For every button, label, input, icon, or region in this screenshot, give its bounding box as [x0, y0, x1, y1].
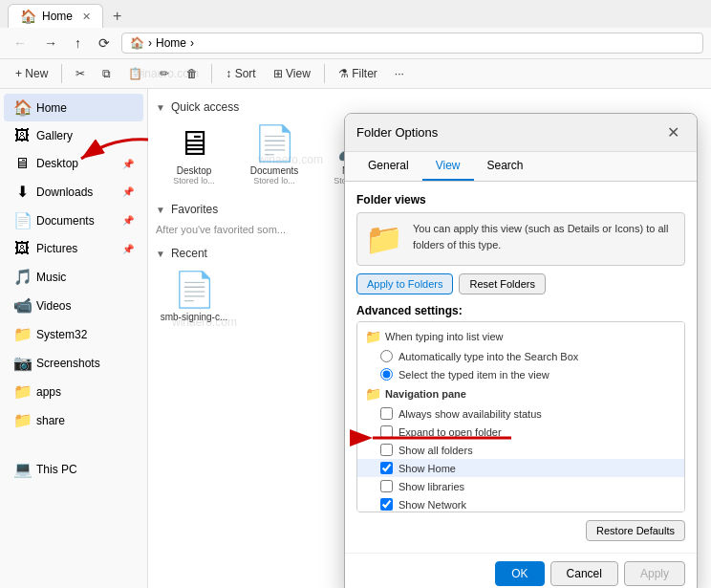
chevron-quick-access: ▼ [156, 102, 165, 113]
view-button[interactable]: ⊞ View [266, 63, 318, 84]
chevron-favorites: ▼ [156, 205, 165, 215]
sidebar-label-share: share [36, 414, 65, 427]
reset-folders-button[interactable]: Reset Folders [459, 273, 545, 294]
apply-to-folders-button[interactable]: Apply to Folders [356, 273, 453, 294]
restore-defaults-container: Restore Defaults [356, 520, 685, 541]
chevron-icon2: › [190, 36, 194, 50]
this-pc-icon: 💻 [13, 460, 31, 478]
more-button[interactable]: ··· [387, 63, 412, 84]
up-button[interactable]: ↑ [69, 32, 87, 54]
settings-group-nav: 📁 Navigation pane Always show availabili… [357, 383, 684, 512]
file-item-documents[interactable]: 📄 Documents Stored lo... [236, 118, 312, 191]
sidebar-item-music[interactable]: 🎵 Music [4, 263, 143, 291]
sidebar-item-home[interactable]: 🏠 Home [4, 94, 143, 121]
advanced-settings-title: Advanced settings: [356, 304, 685, 317]
sidebar-label-pictures: Pictures [36, 242, 77, 255]
ok-button[interactable]: OK [495, 561, 544, 586]
folder-views-section: Folder views 📁 You can apply this view (… [356, 193, 685, 294]
checkbox-show-network[interactable] [380, 498, 393, 511]
radio-select-typed[interactable] [380, 368, 393, 381]
file-item-recent-0[interactable]: 📄 smb-signing-c... [156, 264, 232, 328]
refresh-button[interactable]: ⟳ [93, 32, 116, 54]
tab-bar: 🏠 Home ✕ + [0, 0, 711, 28]
new-tab-button[interactable]: + [107, 6, 127, 27]
sidebar-label-apps: apps [36, 385, 61, 399]
tab-search[interactable]: Search [474, 152, 537, 181]
filter-button[interactable]: ⚗ Filter [331, 63, 385, 84]
tab-general[interactable]: General [355, 152, 422, 181]
settings-item-show-home: Show Home [357, 459, 684, 477]
delete-button[interactable]: 🗑 [179, 63, 205, 84]
restore-defaults-button[interactable]: Restore Defaults [586, 520, 685, 541]
checkbox-show-home[interactable] [380, 462, 393, 474]
checkbox-show-libraries[interactable] [380, 480, 393, 492]
settings-item-expand-label: Expand to open folder [399, 426, 502, 438]
tab-title: Home [42, 10, 73, 23]
settings-item-expand: Expand to open folder [357, 423, 684, 441]
settings-item-show-network: Show Network [357, 495, 684, 512]
rename-button[interactable]: ✏ [152, 63, 177, 84]
settings-item-show-libraries: Show libraries [357, 477, 684, 495]
sidebar-item-screenshots[interactable]: 📷 Screenshots [4, 349, 143, 377]
new-button[interactable]: + New [8, 63, 55, 84]
tab-close-btn[interactable]: ✕ [82, 11, 91, 23]
sidebar-label-this-pc: This PC [36, 463, 77, 476]
apps-icon: 📁 [13, 382, 31, 401]
folder-options-dialog: Folder Options ✕ General View Search Fol… [344, 113, 698, 588]
folder-views-description: You can apply this view (such as Details… [413, 221, 677, 252]
apply-button[interactable]: Apply [624, 561, 685, 586]
dialog-close-button[interactable]: ✕ [661, 121, 685, 143]
sidebar-item-share[interactable]: 📁 share [4, 406, 143, 434]
sidebar-item-videos[interactable]: 📹 Videos [4, 292, 143, 319]
sidebar-item-system32[interactable]: 📁 System32 [4, 320, 143, 348]
sidebar-label-screenshots: Screenshots [36, 357, 100, 370]
sidebar-item-apps[interactable]: 📁 apps [4, 378, 143, 405]
sidebar-label-system32: System32 [36, 328, 87, 341]
file-icon-desktop: 🖥 [177, 123, 211, 163]
favorites-label: Favorites [171, 203, 218, 216]
file-label-desktop: Desktop [177, 165, 212, 176]
cut-button[interactable]: ✂ [68, 63, 93, 84]
settings-item-availability-label: Always show availability status [399, 408, 542, 420]
dialog-tabs: General View Search [345, 152, 697, 182]
sidebar-item-gallery[interactable]: 🖼 Gallery [4, 122, 143, 149]
forward-button[interactable]: → [38, 32, 63, 54]
settings-group-typing-label: When typing into list view [385, 331, 504, 342]
file-sublabel-desktop: Stored lo... [173, 176, 215, 185]
dialog-titlebar: Folder Options ✕ [345, 114, 697, 152]
file-item-desktop[interactable]: 🖥 Desktop Stored lo... [156, 118, 232, 191]
screenshots-icon: 📷 [13, 354, 31, 372]
videos-icon: 📹 [13, 296, 31, 315]
address-bar[interactable]: 🏠 › Home › [121, 33, 703, 54]
sidebar-item-downloads[interactable]: ⬇ Downloads 📌 [4, 178, 143, 206]
sidebar-item-pictures[interactable]: 🖼 Pictures 📌 [4, 235, 143, 262]
paste-button[interactable]: 📋 [120, 63, 150, 84]
explorer-tab[interactable]: 🏠 Home ✕ [8, 4, 103, 28]
radio-auto-search[interactable] [380, 350, 393, 362]
sidebar-item-this-pc[interactable]: 💻 This PC [4, 455, 143, 483]
share-icon: 📁 [13, 411, 31, 429]
copy-button[interactable]: ⧉ [95, 63, 118, 84]
sidebar-label-videos: Videos [36, 299, 71, 313]
sidebar-item-documents[interactable]: 📄 Documents 📌 [4, 207, 143, 234]
folder-preview-icon: 📁 [365, 221, 403, 257]
checkbox-show-all-folders[interactable] [380, 444, 393, 456]
advanced-settings-section: Advanced settings: 📁 When typing into li… [356, 304, 685, 541]
sidebar-item-desktop[interactable]: 🖥 Desktop 📌 [4, 150, 143, 177]
pin-icon3: 📌 [122, 215, 134, 226]
cancel-button[interactable]: Cancel [550, 561, 618, 586]
folder-views-buttons: Apply to Folders Reset Folders [356, 273, 685, 294]
settings-group-typing-header: 📁 When typing into list view [357, 326, 684, 347]
nav-pane-header: 📁 Navigation pane [357, 383, 684, 404]
back-button[interactable]: ← [8, 32, 32, 54]
checkbox-availability[interactable] [380, 407, 393, 420]
recent-label: Recent [171, 247, 207, 260]
sort-button[interactable]: ↕ Sort [218, 63, 263, 84]
checkbox-expand[interactable] [380, 425, 393, 438]
pin-icon2: 📌 [122, 186, 134, 197]
tab-view[interactable]: View [422, 152, 474, 181]
dialog-footer: OK Cancel Apply [345, 553, 697, 588]
toolbar: + New ✂ ⧉ 📋 ✏ 🗑 ↕ Sort ⊞ View ⚗ Filter ·… [0, 59, 711, 89]
file-icon-recent-0: 📄 [173, 270, 216, 310]
sidebar-label-documents: Documents [36, 214, 95, 228]
